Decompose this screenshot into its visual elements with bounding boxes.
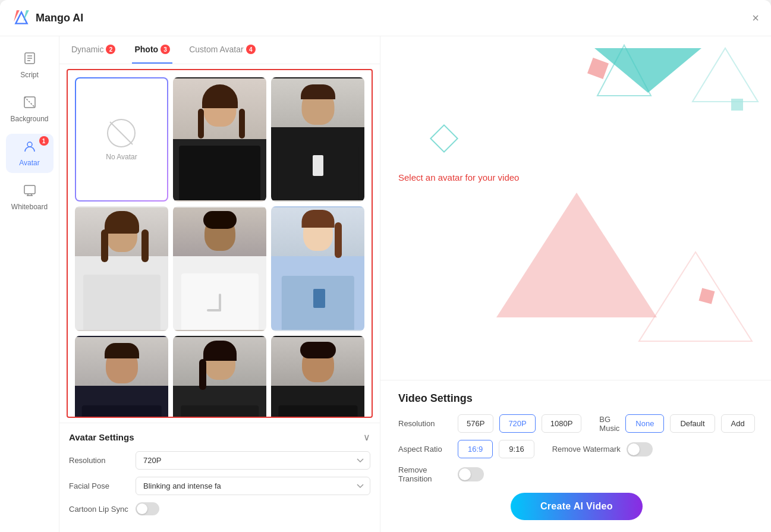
avatar-settings-panel: Avatar Settings ∨ Resolution 720P 576P 1… (59, 423, 380, 532)
app-title: Mango AI (36, 12, 83, 24)
avatar-no-avatar[interactable]: No Avatar (75, 77, 168, 202)
main-layout: Script Background 1 (0, 36, 771, 532)
vs-resolution-label: Resolution (398, 419, 452, 428)
cartoon-lip-sync-row: Cartoon Lip Sync (69, 502, 370, 515)
resolution-select[interactable]: 720P 576P 1080P (136, 451, 370, 470)
remove-transition-row: Remove Transition (398, 465, 755, 483)
sidebar-item-background[interactable]: Background (6, 90, 54, 129)
facial-pose-select[interactable]: Blinking and intense fa (136, 477, 370, 495)
avatar-m3[interactable] (271, 336, 364, 418)
ar-16-9-button[interactable]: 16:9 (458, 440, 493, 458)
close-button[interactable]: × (752, 12, 759, 24)
resolution-bg-music-row: Resolution 576P 720P 1080P BG Music None… (398, 414, 755, 433)
pink-triangle-bottom-shape (493, 190, 660, 320)
avatar-icon (23, 140, 36, 156)
video-settings-panel: Video Settings Resolution 576P 720P 1080… (380, 380, 771, 532)
sidebar: Script Background 1 (0, 36, 59, 532)
collapse-icon[interactable]: ∨ (363, 432, 370, 443)
title-bar: Mango AI × (0, 0, 771, 36)
avatar-grid: No Avatar (75, 77, 364, 418)
avatar-f2[interactable] (75, 206, 168, 330)
script-icon (23, 52, 36, 68)
vs-aspect-ratio-label: Aspect Ratio (398, 445, 452, 454)
resolution-row: Resolution 720P 576P 1080P (69, 451, 370, 470)
avatar-f1[interactable] (173, 77, 266, 202)
avatar-m2[interactable] (75, 336, 168, 418)
preview-area: Select an avatar for your video (380, 36, 771, 380)
logo-icon (12, 8, 31, 27)
pink-outline-triangle-shape (636, 249, 755, 344)
background-icon (23, 96, 36, 112)
avatar-settings-title: Avatar Settings (69, 432, 134, 442)
avatar-grid-container[interactable]: No Avatar (67, 69, 373, 418)
sidebar-item-background-label: Background (10, 115, 48, 123)
right-panel: Select an avatar for your video Video Se… (380, 36, 771, 532)
avatar-settings-body: Resolution 720P 576P 1080P Facial Pose B… (59, 451, 380, 532)
facial-pose-label: Facial Pose (69, 481, 128, 490)
sidebar-item-script-label: Script (20, 71, 39, 79)
avatar-f5[interactable] (173, 336, 266, 418)
music-add-button[interactable]: Add (721, 414, 755, 433)
sidebar-item-avatar-label: Avatar (19, 159, 39, 167)
remove-watermark-label: Remove Watermark (552, 445, 621, 454)
svg-marker-17 (693, 48, 758, 102)
music-default-button[interactable]: Default (670, 414, 715, 433)
no-avatar-label: No Avatar (106, 153, 137, 161)
vs-remove-transition-label: Remove Transition (398, 465, 452, 483)
svg-line-15 (110, 122, 133, 144)
resolution-1080p-button[interactable]: 1080P (542, 414, 582, 433)
sidebar-item-whiteboard[interactable]: Whiteboard (6, 178, 54, 217)
preview-background (380, 36, 771, 380)
remove-watermark-toggle[interactable] (627, 442, 653, 457)
tab-photo[interactable]: Photo 3 (132, 36, 172, 64)
avatar-settings-header[interactable]: Avatar Settings ∨ (59, 423, 380, 451)
sidebar-item-script[interactable]: Script (6, 46, 54, 85)
resolution-label: Resolution (69, 456, 128, 465)
whiteboard-icon (23, 184, 36, 200)
avatar-m1[interactable] (271, 77, 364, 202)
svg-marker-18 (496, 193, 657, 317)
tab-dynamic[interactable]: Dynamic 2 (69, 36, 118, 64)
content-area: Dynamic 2 Photo 3 Custom Avatar 4 (59, 36, 771, 532)
resolution-576p-button[interactable]: 576P (458, 414, 493, 433)
avatar-badge: 1 (39, 136, 49, 146)
teal-diamond-shape (430, 124, 458, 153)
app-window: Mango AI × Script (0, 0, 771, 532)
create-ai-video-button[interactable]: Create AI Video (511, 493, 643, 520)
avatar-f4[interactable] (271, 206, 364, 330)
tab-custom-avatar[interactable]: Custom Avatar 4 (187, 36, 258, 64)
logo-area: Mango AI (12, 8, 83, 27)
svg-point-9 (27, 142, 32, 147)
tab-dynamic-badge: 2 (106, 45, 115, 54)
cartoon-lip-sync-label: Cartoon Lip Sync (69, 505, 128, 514)
video-settings-title: Video Settings (398, 392, 755, 405)
svg-marker-2 (23, 10, 29, 21)
no-avatar-icon (106, 118, 136, 148)
left-panel: Dynamic 2 Photo 3 Custom Avatar 4 (59, 36, 380, 532)
svg-marker-1 (14, 10, 20, 21)
bg-music-label: BG Music (599, 415, 619, 433)
tabs: Dynamic 2 Photo 3 Custom Avatar 4 (59, 36, 380, 64)
resolution-720p-button[interactable]: 720P (499, 414, 535, 433)
cartoon-lip-sync-toggle[interactable] (136, 502, 159, 515)
select-avatar-message: Select an avatar for your video (398, 172, 519, 182)
tab-photo-badge: 3 (161, 45, 170, 54)
tab-custom-badge: 4 (246, 45, 256, 54)
svg-marker-19 (639, 252, 752, 341)
avatar-f3[interactable] (173, 206, 266, 330)
sidebar-item-whiteboard-label: Whiteboard (11, 203, 48, 211)
sidebar-item-avatar[interactable]: 1 Avatar (6, 134, 54, 173)
svg-line-8 (24, 97, 35, 108)
music-none-button[interactable]: None (625, 414, 664, 433)
remove-transition-toggle[interactable] (458, 467, 484, 481)
svg-rect-10 (24, 185, 35, 194)
aspect-ratio-row: Aspect Ratio 16:9 9:16 Remove Watermark (398, 440, 755, 458)
teal-outline-right-shape (690, 45, 761, 105)
teal-square-small-shape (731, 99, 743, 111)
ar-9-16-button[interactable]: 9:16 (499, 440, 534, 458)
facial-pose-row: Facial Pose Blinking and intense fa (69, 477, 370, 495)
